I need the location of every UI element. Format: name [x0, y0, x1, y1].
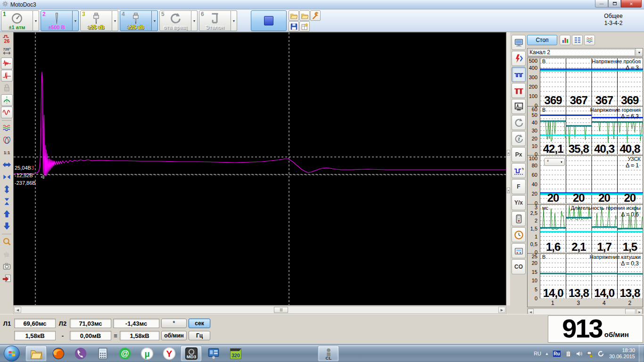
- recorder-icon[interactable]: [512, 243, 526, 258]
- cycle-icon[interactable]: [512, 115, 526, 130]
- overlay-loops-icon[interactable]: [1, 134, 13, 146]
- close-button[interactable]: ×: [621, 0, 642, 8]
- taskbar-calculator[interactable]: [92, 346, 113, 362]
- scale-1-1-icon[interactable]: 1:1: [1, 147, 13, 158]
- language-indicator[interactable]: RU: [534, 351, 541, 356]
- tool-etalon-button[interactable]: 6Эталон: [199, 10, 231, 31]
- view-waves-button[interactable]: [584, 35, 595, 45]
- show-desktop-button[interactable]: [639, 345, 643, 362]
- punto-switcher-icon[interactable]: Ru: [553, 350, 561, 357]
- scroll-up-icon[interactable]: ▲: [507, 150, 510, 156]
- panel-coil-voltage-values: 14,013,814,013,8: [540, 287, 643, 299]
- taskbar-klite[interactable]: 320: [225, 346, 246, 362]
- duty-cycle-icon[interactable]: %: [512, 163, 526, 178]
- open-file-button[interactable]: [289, 10, 299, 21]
- clipboard-icon[interactable]: [565, 350, 572, 357]
- scroll-thumb[interactable]: [274, 307, 288, 313]
- zoom-icon[interactable]: [1, 236, 13, 247]
- ignition-icon[interactable]: [512, 51, 526, 66]
- expand-horizontal-icon[interactable]: [1, 159, 13, 171]
- taskbar-viber[interactable]: [70, 346, 91, 362]
- taskbar-explorer[interactable]: [25, 346, 47, 362]
- taskbar-motodoc[interactable]: MD3: [181, 346, 202, 362]
- taskbar-yandex[interactable]: Y: [158, 346, 180, 362]
- scroll-left-icon[interactable]: ◀: [14, 307, 21, 313]
- chart-vertical-scrollbar[interactable]: ▲ ▼: [507, 32, 510, 305]
- move-up-icon[interactable]: [1, 208, 13, 220]
- svg-text:26: 26: [4, 38, 9, 43]
- hidden-icons-icon[interactable]: ▲: [545, 352, 549, 356]
- taskbar-firefox[interactable]: [48, 346, 69, 362]
- network-warning-icon[interactable]: !: [586, 350, 594, 357]
- hz-unit-button[interactable]: Гц: [189, 331, 210, 340]
- channel-select-value: Канал 2: [528, 49, 635, 56]
- tool-voltage-500-button[interactable]: 2±500 В: [41, 10, 73, 31]
- export-report-icon[interactable]: [1, 272, 13, 284]
- scope-view-icon[interactable]: [512, 99, 526, 114]
- stop-button[interactable]: Стоп: [527, 35, 557, 45]
- primary-pulse-icon[interactable]: [512, 67, 526, 82]
- arc-marker-icon[interactable]: [1, 94, 13, 106]
- tool-rotation-button[interactable]: 5ота вращ: [159, 10, 191, 31]
- ratio-icon[interactable]: Y/x: [512, 195, 526, 210]
- taskbar-utorrent[interactable]: µ: [136, 346, 157, 362]
- cylinder-value: 2,1: [566, 241, 591, 253]
- expand-vertical-icon[interactable]: [1, 183, 13, 195]
- chart-horizontal-scrollbar[interactable]: ◀ ▶: [13, 306, 506, 314]
- clock[interactable]: 18:30 30.06.2015: [609, 347, 635, 360]
- compress-horizontal-icon[interactable]: [1, 171, 13, 183]
- compress-vertical-icon[interactable]: [1, 196, 13, 207]
- acquisition-stop-button[interactable]: [251, 10, 287, 31]
- cycle-2-icon[interactable]: 2: [512, 131, 526, 146]
- rotation-720-icon[interactable]: 720°: [1, 45, 13, 57]
- new-report-button[interactable]: [299, 21, 310, 32]
- chevron-down-icon[interactable]: ▼: [636, 49, 643, 56]
- tool-hv-25kv-2-button[interactable]: 4±25 кВ: [120, 10, 152, 31]
- tool-voltage-500-dropdown[interactable]: ▼: [73, 10, 79, 31]
- tool-hv-25kv-2-dropdown[interactable]: ▼: [152, 10, 158, 31]
- tool-hv-25kv-button[interactable]: 3±25 кВ: [80, 10, 112, 31]
- spike-signal-icon[interactable]: [1, 70, 13, 82]
- scroll-right-icon[interactable]: ▶: [498, 307, 505, 313]
- secondary-pulse-icon[interactable]: [512, 83, 526, 98]
- co-gas-icon[interactable]: CO: [512, 259, 526, 274]
- screen-icon[interactable]: [512, 35, 526, 50]
- session-info: Общее 1-3-4-2: [592, 13, 635, 27]
- snapshot-icon[interactable]: [1, 260, 13, 272]
- rpm-unit-button[interactable]: об/мин: [161, 331, 187, 340]
- svg-text:320: 320: [231, 353, 240, 358]
- settings-wrench-button[interactable]: [310, 10, 321, 21]
- taskbar-display-settings[interactable]: [203, 346, 224, 362]
- multimeter-icon[interactable]: [512, 211, 526, 226]
- view-report-button[interactable]: [572, 35, 583, 45]
- oscilloscope-area[interactable]: 25,04В3-12,52В-237,86В: [13, 32, 506, 305]
- tool-pressure-button[interactable]: 1±1 атм: [1, 10, 33, 31]
- panel-unit-select[interactable]: °▼: [544, 158, 565, 166]
- tool-etalon-dropdown[interactable]: ▼: [231, 10, 237, 31]
- taskbar-mailru-agent[interactable]: @: [114, 346, 135, 362]
- scroll-down-icon[interactable]: ▼: [507, 188, 510, 193]
- updater-icon[interactable]: [597, 350, 604, 357]
- degrees-unit-button[interactable]: °: [161, 319, 187, 328]
- timer-icon[interactable]: [512, 227, 526, 242]
- px-icon[interactable]: Px: [512, 147, 526, 162]
- tool-hv-25kv-dropdown[interactable]: ▼: [112, 10, 118, 31]
- sine-signal-icon[interactable]: [1, 107, 13, 118]
- burst-signal-icon[interactable]: [1, 58, 13, 69]
- seconds-unit-button[interactable]: сек: [189, 319, 210, 328]
- view-histogram-button[interactable]: [560, 35, 570, 45]
- save-button[interactable]: [289, 21, 299, 32]
- tool-rotation-dropdown[interactable]: ▼: [191, 10, 198, 31]
- volume-icon[interactable]: [576, 350, 583, 357]
- maximize-button[interactable]: [608, 0, 621, 8]
- move-down-icon[interactable]: [1, 220, 13, 232]
- channel-select[interactable]: Канал 2 ▼: [527, 48, 643, 57]
- multi-waves-icon[interactable]: [1, 122, 13, 134]
- taskbar-cl-app[interactable]: CL: [318, 346, 339, 362]
- tool-pressure-dropdown[interactable]: ▼: [33, 10, 39, 31]
- square-wave-sync-icon[interactable]: 26: [1, 33, 13, 45]
- frequency-icon[interactable]: F: [512, 179, 526, 194]
- start-button[interactable]: [4, 346, 20, 362]
- open-folder-button[interactable]: [299, 10, 310, 21]
- minimize-button[interactable]: —: [595, 0, 608, 8]
